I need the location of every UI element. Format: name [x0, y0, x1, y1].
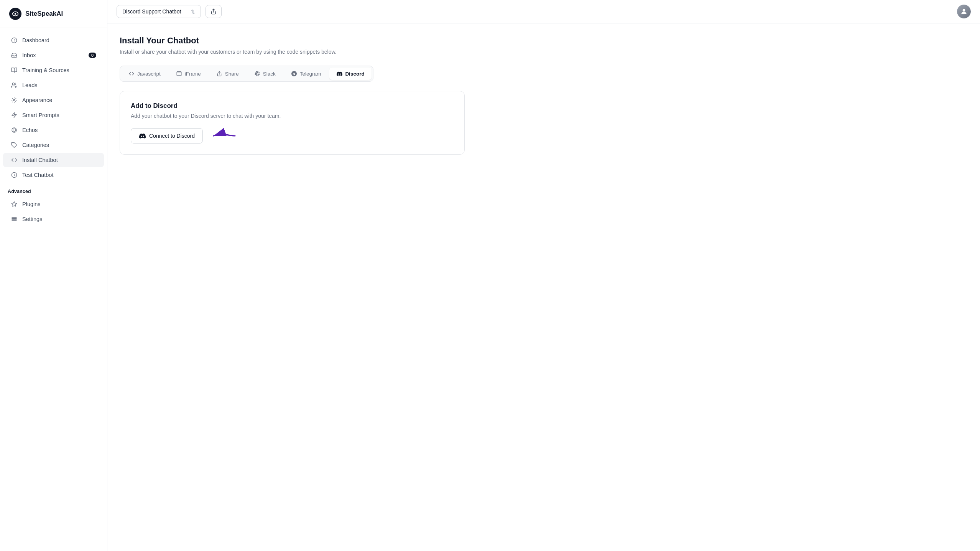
code-icon	[11, 157, 18, 163]
tab-label: Javascript	[137, 71, 161, 77]
sidebar-item-plugins[interactable]: Plugins	[3, 197, 104, 211]
connect-to-discord-button[interactable]: Connect to Discord	[131, 128, 203, 144]
sidebar-item-label: Echos	[22, 127, 38, 133]
sidebar-item-label: Leads	[22, 82, 38, 88]
install-tabs: Javascript iFrame	[120, 66, 373, 82]
users-icon	[11, 82, 18, 89]
code-brackets-icon	[128, 71, 135, 77]
tab-label: iFrame	[185, 71, 201, 77]
sidebar-item-training-sources[interactable]: Training & Sources	[3, 63, 104, 78]
smart-icon	[11, 112, 18, 119]
avatar-image	[957, 5, 971, 18]
topbar: Discord Support Chatbot ⇅	[107, 0, 980, 23]
brand-logo[interactable]: SiteSpeakAI	[0, 0, 107, 28]
advanced-section-label: Advanced	[0, 183, 107, 196]
tag-icon	[11, 142, 18, 148]
main-area: Discord Support Chatbot ⇅ Install Your C…	[107, 0, 980, 551]
tab-javascript[interactable]: Javascript	[122, 68, 168, 80]
sidebar-item-label: Plugins	[22, 201, 41, 207]
inbox-icon	[11, 52, 18, 59]
discord-card: Add to Discord Add your chatbot to your …	[120, 91, 465, 155]
sidebar-item-leads[interactable]: Leads	[3, 78, 104, 92]
sidebar-item-label: Training & Sources	[22, 67, 69, 73]
sidebar-item-label: Smart Prompts	[22, 112, 59, 118]
sidebar: SiteSpeakAI Dashboard Inbox 0	[0, 0, 107, 551]
sidebar-item-label: Test Chatbot	[22, 172, 53, 178]
pointer-arrow	[207, 128, 238, 144]
slack-icon	[254, 71, 260, 77]
card-description: Add your chatbot to your Discord server …	[131, 113, 454, 119]
tab-share[interactable]: Share	[209, 68, 246, 80]
sidebar-item-label: Settings	[22, 216, 42, 222]
discord-tab-icon	[336, 71, 342, 77]
discord-button-icon	[139, 132, 146, 139]
plugin-icon	[11, 201, 18, 208]
page-content: Install Your Chatbot Install or share yo…	[107, 23, 980, 551]
sidebar-item-label: Install Chatbot	[22, 157, 58, 163]
inbox-badge: 0	[89, 53, 96, 58]
connect-button-label: Connect to Discord	[149, 133, 195, 139]
page-title: Install Your Chatbot	[120, 36, 968, 46]
iframe-icon	[176, 71, 182, 77]
sidebar-item-categories[interactable]: Categories	[3, 138, 104, 152]
svg-point-15	[963, 9, 965, 12]
sidebar-item-test-chatbot[interactable]: Test Chatbot	[3, 168, 104, 182]
tab-label: Telegram	[300, 71, 321, 77]
logo-icon	[9, 8, 21, 20]
svg-point-1	[15, 13, 16, 15]
svg-point-5	[12, 83, 14, 85]
sidebar-item-settings[interactable]: Settings	[3, 212, 104, 226]
book-icon	[11, 67, 18, 74]
sidebar-item-inbox[interactable]: Inbox 0	[3, 48, 104, 63]
sidebar-navigation: Dashboard Inbox 0 Training & Sources	[0, 28, 107, 551]
share-tab-icon	[216, 71, 222, 77]
sidebar-item-label: Dashboard	[22, 37, 49, 43]
tab-discord[interactable]: Discord	[329, 68, 371, 80]
card-title: Add to Discord	[131, 102, 454, 110]
svg-point-6	[13, 99, 15, 101]
sidebar-item-install-chatbot[interactable]: Install Chatbot	[3, 153, 104, 167]
share-button[interactable]	[206, 5, 222, 18]
sidebar-item-label: Categories	[22, 142, 49, 148]
svg-rect-16	[177, 72, 181, 76]
tab-label: Share	[225, 71, 239, 77]
sidebar-item-smart-prompts[interactable]: Smart Prompts	[3, 108, 104, 122]
sidebar-item-label: Inbox	[22, 52, 36, 58]
chatbot-name: Discord Support Chatbot	[122, 8, 181, 15]
sidebar-item-echos[interactable]: Echos	[3, 123, 104, 137]
tab-slack[interactable]: Slack	[247, 68, 283, 80]
sidebar-item-appearance[interactable]: Appearance	[3, 93, 104, 107]
chevrons-icon: ⇅	[191, 9, 195, 15]
tab-label: Slack	[263, 71, 276, 77]
tab-iframe[interactable]: iFrame	[169, 68, 208, 80]
user-avatar[interactable]	[957, 5, 971, 18]
echos-icon	[11, 127, 18, 134]
sidebar-item-dashboard[interactable]: Dashboard	[3, 33, 104, 48]
tab-label: Discord	[345, 71, 364, 77]
page-subtitle: Install or share your chatbot with your …	[120, 49, 968, 55]
chatbot-selector[interactable]: Discord Support Chatbot ⇅	[117, 5, 201, 18]
sidebar-item-label: Appearance	[22, 97, 52, 103]
svg-marker-7	[12, 112, 16, 117]
settings-icon	[11, 216, 18, 223]
arrow-annotation	[207, 128, 238, 144]
test-icon	[11, 172, 18, 178]
dashboard-icon	[11, 37, 18, 44]
tab-telegram[interactable]: Telegram	[284, 68, 328, 80]
connect-button-wrapper: Connect to Discord	[131, 128, 203, 144]
brand-name: SiteSpeakAI	[25, 10, 63, 18]
appearance-icon	[11, 97, 18, 104]
share-icon	[210, 8, 217, 15]
telegram-icon	[291, 71, 297, 77]
